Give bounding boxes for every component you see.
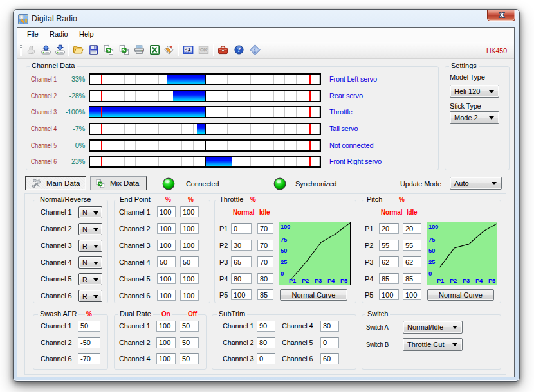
svg-text:1: 1 [187, 46, 190, 52]
svg-text:OK: OK [200, 47, 208, 53]
svg-text:?: ? [237, 46, 241, 53]
